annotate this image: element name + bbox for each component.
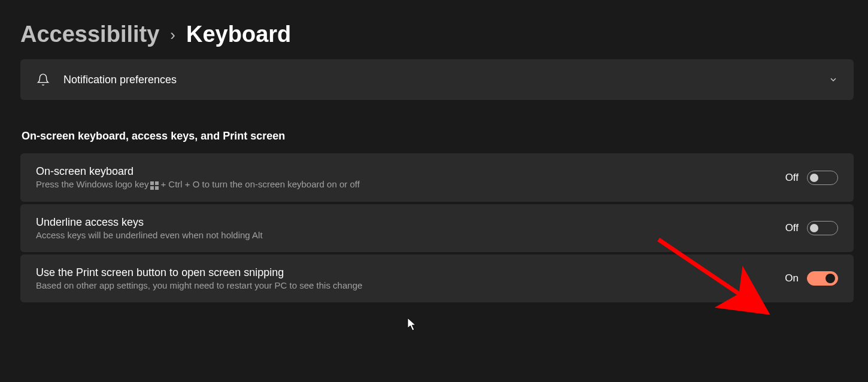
chevron-right-icon: ›: [170, 26, 175, 44]
on-screen-keyboard-row: On-screen keyboard Press the Windows log…: [20, 153, 854, 202]
breadcrumb-current: Keyboard: [186, 22, 291, 47]
on-screen-keyboard-title: On-screen keyboard: [36, 165, 785, 178]
print-screen-snipping-subtitle: Based on other app settings, you might n…: [36, 280, 785, 290]
underline-access-keys-title: Underline access keys: [36, 216, 785, 229]
underline-access-keys-toggle-state: Off: [785, 222, 799, 234]
section-heading: On-screen keyboard, access keys, and Pri…: [22, 130, 854, 143]
print-screen-snipping-toggle-state: On: [785, 272, 799, 284]
breadcrumb: Accessibility › Keyboard: [20, 22, 854, 47]
notification-preferences-label: Notification preferences: [63, 74, 828, 86]
bell-icon: [36, 72, 50, 87]
on-screen-keyboard-toggle[interactable]: [807, 171, 838, 185]
underline-access-keys-toggle[interactable]: [807, 221, 838, 235]
print-screen-snipping-title: Use the Print screen button to open scre…: [36, 266, 785, 279]
on-screen-keyboard-subtitle: Press the Windows logo key + Ctrl + O to…: [36, 179, 360, 189]
windows-logo-icon: [150, 181, 159, 190]
notification-preferences-row[interactable]: Notification preferences: [20, 59, 854, 100]
underline-access-keys-row: Underline access keys Access keys will b…: [20, 204, 854, 252]
print-screen-snipping-toggle[interactable]: [807, 271, 838, 286]
chevron-down-icon: [828, 75, 838, 84]
breadcrumb-parent-link[interactable]: Accessibility: [20, 22, 159, 47]
mouse-cursor-icon: [407, 317, 418, 332]
underline-access-keys-subtitle: Access keys will be underlined even when…: [36, 230, 785, 240]
on-screen-keyboard-toggle-state: Off: [785, 172, 799, 184]
print-screen-snipping-row: Use the Print screen button to open scre…: [20, 254, 854, 302]
